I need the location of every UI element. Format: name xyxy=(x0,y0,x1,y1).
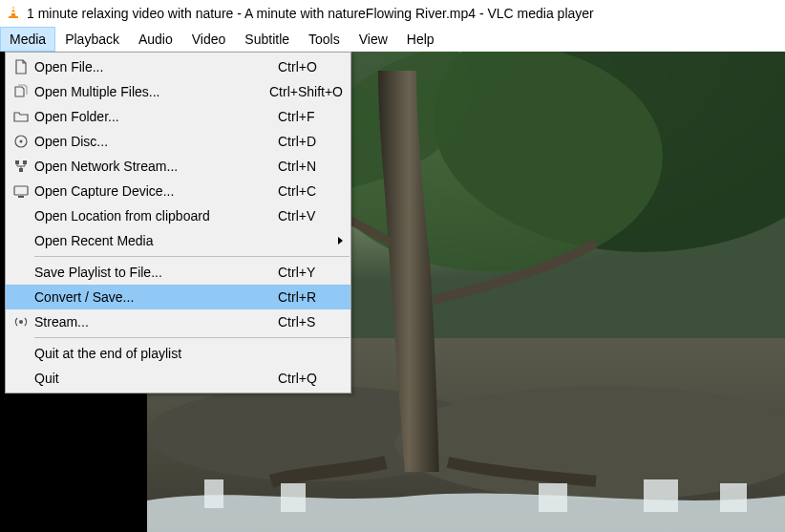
folder-icon xyxy=(11,109,31,124)
menu-open-file[interactable]: Open File... Ctrl+O xyxy=(6,54,350,79)
menu-save-playlist[interactable]: Save Playlist to File... Ctrl+Y xyxy=(6,260,350,285)
svg-rect-1 xyxy=(11,11,15,12)
svg-point-6 xyxy=(319,52,663,271)
svg-rect-15 xyxy=(720,483,747,512)
menu-open-location-clipboard[interactable]: Open Location from clipboard Ctrl+V xyxy=(6,203,350,228)
menu-tools[interactable]: Tools xyxy=(299,27,350,52)
menu-separator xyxy=(34,337,350,338)
menu-playback[interactable]: Playback xyxy=(55,27,129,52)
menu-open-network-stream[interactable]: Open Network Stream... Ctrl+N xyxy=(6,154,350,179)
menu-quit[interactable]: Quit Ctrl+Q xyxy=(6,366,350,391)
svg-rect-21 xyxy=(14,186,28,195)
window-title: 1 minute relaxing video with nature - A … xyxy=(27,6,594,21)
menu-stream[interactable]: Stream... Ctrl+S xyxy=(6,309,350,334)
svg-rect-13 xyxy=(539,483,567,512)
file-icon xyxy=(11,59,31,74)
capture-icon xyxy=(11,183,31,199)
menu-view[interactable]: View xyxy=(350,27,397,52)
svg-rect-22 xyxy=(18,196,24,198)
menu-bar: Media Playback Audio Video Subtitle Tool… xyxy=(0,27,785,52)
svg-rect-12 xyxy=(281,483,306,512)
submenu-arrow-icon xyxy=(338,237,343,245)
vlc-cone-icon xyxy=(6,5,21,23)
menu-subtitle[interactable]: Subtitle xyxy=(235,27,299,52)
svg-rect-14 xyxy=(644,479,678,512)
menu-separator xyxy=(34,256,350,257)
menu-quit-end-playlist[interactable]: Quit at the end of playlist xyxy=(6,341,350,366)
menu-media[interactable]: Media xyxy=(0,27,55,52)
menu-open-disc[interactable]: Open Disc... Ctrl+D xyxy=(6,129,350,154)
disc-icon xyxy=(11,134,31,149)
svg-rect-18 xyxy=(15,160,19,164)
network-icon xyxy=(11,159,31,174)
menu-audio[interactable]: Audio xyxy=(129,27,182,52)
menu-open-folder[interactable]: Open Folder... Ctrl+F xyxy=(6,104,350,129)
stream-icon xyxy=(11,314,31,330)
svg-rect-2 xyxy=(9,16,18,18)
menu-video[interactable]: Video xyxy=(182,27,236,52)
svg-rect-0 xyxy=(11,9,14,10)
menu-open-capture-device[interactable]: Open Capture Device... Ctrl+C xyxy=(6,179,350,203)
svg-point-17 xyxy=(20,140,23,143)
menu-help[interactable]: Help xyxy=(397,27,444,52)
title-bar: 1 minute relaxing video with nature - A … xyxy=(0,0,785,27)
svg-rect-20 xyxy=(19,168,23,172)
media-dropdown: Open File... Ctrl+O Open Multiple Files.… xyxy=(5,52,351,394)
svg-point-23 xyxy=(19,320,23,324)
menu-convert-save[interactable]: Convert / Save... Ctrl+R xyxy=(6,285,350,309)
svg-rect-19 xyxy=(23,160,27,164)
files-icon xyxy=(11,84,31,99)
menu-open-multiple-files[interactable]: Open Multiple Files... Ctrl+Shift+O xyxy=(6,79,350,104)
svg-rect-11 xyxy=(204,479,223,508)
menu-open-recent-media[interactable]: Open Recent Media xyxy=(6,228,350,253)
